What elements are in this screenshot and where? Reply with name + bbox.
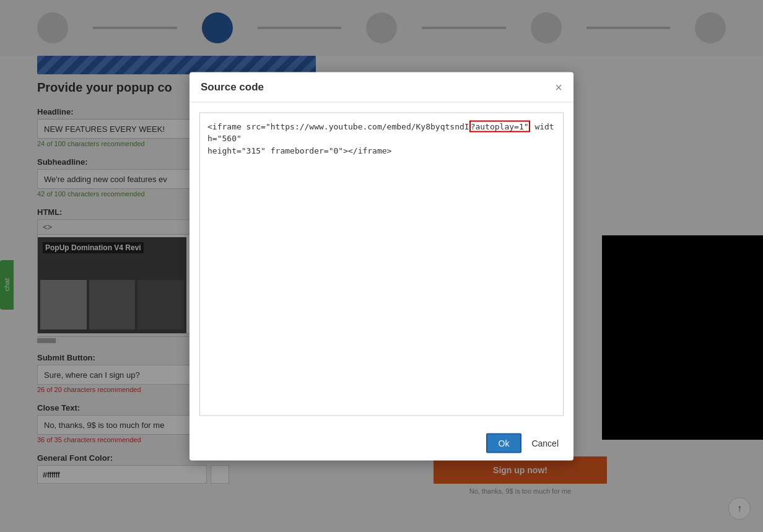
source-code-display[interactable]: <iframe src="https://www.youtube.com/emb… [199, 112, 564, 416]
ok-button[interactable]: Ok [486, 433, 522, 453]
modal-footer: Ok Cancel [190, 425, 573, 460]
cancel-button[interactable]: Cancel [526, 434, 564, 451]
modal-title: Source code [201, 81, 264, 93]
modal-close-button[interactable]: × [555, 81, 562, 93]
modal-body: <iframe src="https://www.youtube.com/emb… [190, 102, 573, 425]
code-highlighted-part: ?autoplay=1" [469, 120, 530, 132]
modal-header: Source code × [190, 72, 573, 102]
code-part1: <iframe src="https://www.youtube.com/emb… [207, 121, 469, 131]
source-code-modal: Source code × <iframe src="https://www.y… [190, 72, 573, 460]
